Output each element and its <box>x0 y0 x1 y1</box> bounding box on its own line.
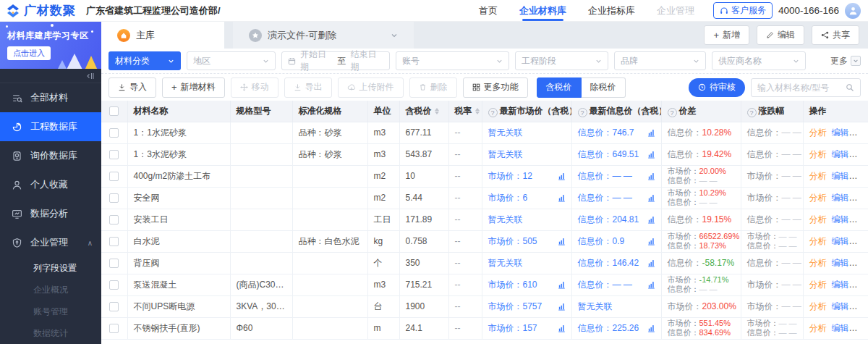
price-trend-chart-icon[interactable] <box>647 216 655 224</box>
filter-select[interactable]: 账号 <box>396 51 509 70</box>
banner-enter-button[interactable]: 点击进入 <box>7 46 51 60</box>
material-category-select[interactable]: 材料分类 <box>109 51 181 70</box>
analyze-link[interactable]: 分析 <box>809 301 827 311</box>
analyze-link[interactable]: 分析 <box>809 280 827 290</box>
row-checkbox[interactable] <box>109 172 119 181</box>
edit-link[interactable]: 编辑 <box>832 149 849 159</box>
tab-demo-file[interactable]: 演示文件-可删除 <box>233 22 414 49</box>
price-trend-chart-icon[interactable] <box>558 324 566 332</box>
select-all-checkbox[interactable] <box>109 106 119 116</box>
share-button[interactable]: 共享 <box>812 25 859 45</box>
collapse-sidebar-icon[interactable] <box>85 72 94 80</box>
analyze-link[interactable]: 分析 <box>809 171 827 181</box>
sidebar-item-list-search[interactable]: 全部材料 <box>0 83 101 112</box>
row-checkbox[interactable] <box>109 259 119 268</box>
search-icon[interactable] <box>846 83 854 92</box>
chevron-down-icon[interactable] <box>391 32 398 39</box>
more-filters-button[interactable]: 更多 <box>830 55 861 67</box>
customer-service-button[interactable]: 客户服务 <box>713 2 773 19</box>
row-checkbox[interactable] <box>109 150 119 159</box>
analyze-link[interactable]: 分析 <box>809 236 827 246</box>
more-functions-button[interactable]: 更多功能 <box>463 77 528 98</box>
top-nav-material-lib[interactable]: 企业材料库 <box>519 0 566 21</box>
analyze-link[interactable]: 分析 <box>809 193 827 203</box>
sort-icon[interactable] <box>435 108 439 114</box>
tax-toggle-option[interactable]: 含税价 <box>537 77 582 98</box>
column-header[interactable]: 税率 <box>448 101 482 122</box>
sidebar-item-badge[interactable]: 询价数据库 <box>0 141 101 170</box>
price-trend-chart-icon[interactable] <box>647 194 655 202</box>
filter-select[interactable]: 供应商名称 <box>712 51 806 70</box>
price-trend-chart-icon[interactable] <box>558 238 566 246</box>
edit-link[interactable]: 编辑 <box>832 280 849 290</box>
help-icon[interactable]: ? <box>747 108 757 117</box>
no-link-label[interactable]: 暂无关联 <box>488 149 523 159</box>
no-link-label[interactable]: 暂无关联 <box>488 214 523 225</box>
price-trend-chart-icon[interactable] <box>647 259 655 267</box>
add-material-button[interactable]: +新增材料 <box>162 77 225 98</box>
price-trend-chart-icon[interactable] <box>558 172 566 180</box>
price-trend-chart-icon[interactable] <box>647 151 655 159</box>
sidebar-subitem[interactable]: 列字段设置 <box>0 257 101 279</box>
row-checkbox[interactable] <box>109 215 119 225</box>
analyze-link[interactable]: 分析 <box>809 323 827 333</box>
edit-link[interactable]: 编辑 <box>832 193 849 203</box>
edit-link[interactable]: 编辑 <box>832 171 849 181</box>
edit-link[interactable]: 编辑 <box>832 236 849 246</box>
edit-button[interactable]: 编辑 <box>757 25 804 45</box>
sidebar-item-monitor[interactable]: 数据分析 <box>0 199 101 228</box>
filter-select[interactable]: 品牌 <box>614 51 706 70</box>
no-link-label[interactable]: 暂无关联 <box>488 127 523 138</box>
sidebar-subitem[interactable]: 数据统计 <box>0 322 101 344</box>
sidebar-subitem[interactable]: 账号管理 <box>0 301 101 322</box>
row-checkbox[interactable] <box>109 128 119 138</box>
filter-select[interactable]: 地区 <box>187 51 276 70</box>
tax-toggle-option[interactable]: 除税价 <box>582 77 626 98</box>
price-trend-chart-icon[interactable] <box>558 194 566 202</box>
add-button[interactable]: +新增 <box>704 25 749 45</box>
analyze-link[interactable]: 分析 <box>809 258 827 268</box>
pending-review-button[interactable]: 待审核 <box>689 78 745 97</box>
sidebar-item-shield[interactable]: 企业管理∧ <box>0 228 101 257</box>
row-checkbox[interactable] <box>109 193 119 203</box>
user-avatar[interactable] <box>845 3 861 19</box>
row-checkbox[interactable] <box>109 302 119 311</box>
help-icon[interactable]: ? <box>578 108 587 117</box>
sidebar-subitem[interactable]: 企业概况 <box>0 279 101 301</box>
row-checkbox[interactable] <box>109 324 119 333</box>
edit-link[interactable]: 编辑 <box>832 323 849 333</box>
promo-banner[interactable]: 材料库建库学习专区 点击进入 <box>0 22 101 69</box>
row-checkbox[interactable] <box>109 280 119 290</box>
edit-link[interactable]: 编辑 <box>832 301 849 311</box>
sidebar-item-pie[interactable]: 工程数据库 <box>0 112 101 141</box>
edit-link[interactable]: 编辑 <box>832 258 849 268</box>
help-icon[interactable]: ? <box>488 108 498 117</box>
column-header[interactable]: 含税价 <box>399 101 448 122</box>
edit-link[interactable]: 编辑 <box>832 127 849 138</box>
top-nav-enterprise-mgmt[interactable]: 企业管理 <box>657 0 694 21</box>
filter-select[interactable]: 工程阶段 <box>515 51 608 70</box>
analyze-link[interactable]: 分析 <box>809 149 827 159</box>
date-range-picker[interactable]: 开始日期 至 结束日期 <box>281 51 390 70</box>
price-trend-chart-icon[interactable] <box>647 281 655 289</box>
help-icon[interactable]: ? <box>668 108 677 117</box>
price-trend-chart-icon[interactable] <box>647 172 655 180</box>
material-search-input[interactable] <box>757 83 846 93</box>
top-nav-home[interactable]: 首页 <box>479 0 498 21</box>
sort-icon[interactable] <box>475 108 480 114</box>
tab-main-library[interactable]: 主库 <box>101 22 224 49</box>
row-checkbox[interactable] <box>109 237 119 246</box>
top-nav-index-lib[interactable]: 企业指标库 <box>588 0 635 21</box>
no-link-label[interactable]: 暂无关联 <box>578 301 613 311</box>
edit-link[interactable]: 编辑 <box>832 214 849 225</box>
analyze-link[interactable]: 分析 <box>809 214 827 225</box>
import-button[interactable]: 导入 <box>109 77 156 98</box>
price-trend-chart-icon[interactable] <box>558 281 566 289</box>
price-trend-chart-icon[interactable] <box>647 129 655 137</box>
no-link-label[interactable]: 暂无关联 <box>488 258 523 268</box>
price-trend-chart-icon[interactable] <box>647 238 655 246</box>
price-trend-chart-icon[interactable] <box>647 324 655 332</box>
price-trend-chart-icon[interactable] <box>558 303 566 311</box>
sidebar-item-user[interactable]: 个人收藏 <box>0 170 101 199</box>
analyze-link[interactable]: 分析 <box>809 127 827 138</box>
